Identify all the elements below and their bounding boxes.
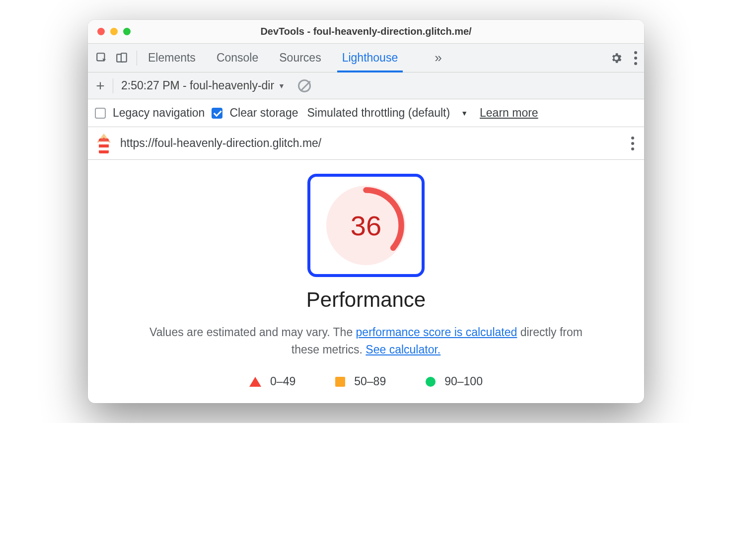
- more-tabs-icon[interactable]: »: [435, 50, 440, 66]
- window-title: DevTools - foul-heavenly-direction.glitc…: [88, 26, 644, 37]
- devtools-window: DevTools - foul-heavenly-direction.glitc…: [88, 20, 644, 403]
- learn-more-link[interactable]: Learn more: [480, 106, 538, 120]
- close-icon[interactable]: [97, 28, 105, 35]
- tabs-right: [606, 48, 640, 68]
- score-highlight-frame: 36: [307, 174, 425, 277]
- kebab-menu-icon[interactable]: [631, 48, 640, 68]
- lighthouse-run-bar: + 2:50:27 PM - foul-heavenly-dir ▼: [88, 72, 644, 99]
- legacy-navigation-checkbox[interactable]: [95, 108, 106, 119]
- clear-reports-icon[interactable]: [298, 79, 311, 92]
- score-legend: 0–49 50–89 90–100: [98, 375, 634, 388]
- chevron-down-icon: ▼: [278, 82, 285, 90]
- devtools-tabs-row: Elements Console Sources Lighthouse »: [88, 44, 644, 72]
- category-description: Values are estimated and may vary. The p…: [147, 324, 585, 358]
- legend-low: 0–49: [249, 375, 295, 388]
- tab-console[interactable]: Console: [216, 44, 259, 72]
- chevron-down-icon: ▼: [461, 109, 468, 117]
- run-selector[interactable]: 2:50:27 PM - foul-heavenly-dir ▼: [121, 79, 285, 92]
- see-calculator-link[interactable]: See calculator.: [366, 343, 440, 356]
- lighthouse-icon: [95, 134, 112, 153]
- legend-mid: 50–89: [335, 375, 386, 388]
- macos-titlebar: DevTools - foul-heavenly-direction.glitc…: [88, 20, 644, 44]
- traffic-lights: [88, 28, 131, 35]
- inspect-element-icon[interactable]: [92, 48, 112, 68]
- minimize-icon[interactable]: [110, 28, 118, 35]
- score-calc-link[interactable]: performance score is calculated: [356, 326, 517, 339]
- clear-storage-checkbox[interactable]: [212, 108, 222, 119]
- report-menu-icon[interactable]: [628, 134, 637, 153]
- clear-storage-label: Clear storage: [229, 106, 298, 120]
- performance-score-gauge[interactable]: 36: [326, 186, 406, 265]
- legacy-navigation-label: Legacy navigation: [113, 106, 205, 120]
- report-url: https://foul-heavenly-direction.glitch.m…: [120, 137, 321, 150]
- performance-score-value: 36: [326, 186, 406, 265]
- report-main: 36 Performance Values are estimated and …: [88, 160, 644, 403]
- tab-list: Elements Console Sources Lighthouse »: [147, 44, 441, 72]
- category-title: Performance: [98, 288, 634, 312]
- report-url-bar: https://foul-heavenly-direction.glitch.m…: [88, 127, 644, 160]
- tab-elements[interactable]: Elements: [147, 44, 197, 72]
- triangle-icon: [249, 377, 261, 387]
- maximize-icon[interactable]: [123, 28, 131, 35]
- tab-sources[interactable]: Sources: [278, 44, 322, 72]
- divider: [137, 51, 137, 66]
- throttling-label: Simulated throttling (default): [307, 106, 450, 120]
- throttling-dropdown[interactable]: Simulated throttling (default) ▼: [307, 106, 468, 120]
- lighthouse-options-bar: Legacy navigation Clear storage Simulate…: [88, 99, 644, 127]
- device-toolbar-icon[interactable]: [112, 48, 132, 68]
- divider: [113, 78, 113, 93]
- svg-rect-2: [121, 53, 127, 62]
- circle-icon: [426, 377, 436, 387]
- legend-high: 90–100: [426, 375, 483, 388]
- new-report-button[interactable]: +: [93, 77, 108, 94]
- square-icon: [335, 377, 345, 387]
- settings-icon[interactable]: [606, 48, 626, 68]
- tab-lighthouse[interactable]: Lighthouse: [341, 44, 399, 72]
- run-selector-label: 2:50:27 PM - foul-heavenly-dir: [121, 79, 274, 92]
